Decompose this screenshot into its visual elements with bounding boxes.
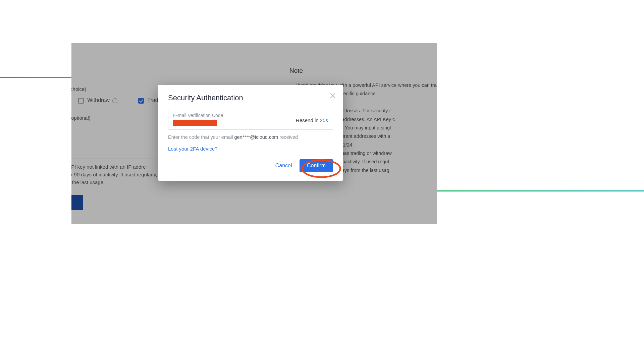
lost-2fa-link[interactable]: Lost your 2FA device? (168, 146, 218, 152)
accent-line-bottom (436, 190, 644, 191)
accent-line-top (0, 77, 71, 78)
email-code-field[interactable]: E-mail Verification Code Resend in 25s (168, 110, 333, 130)
security-auth-modal: Security Authentication E-mail Verificat… (158, 85, 343, 181)
cancel-button[interactable]: Cancel (273, 159, 295, 172)
close-icon[interactable] (329, 92, 336, 100)
app-viewport: Multiple choice) Withdraw Trade egment (… (71, 43, 437, 224)
resend-countdown: Resend in 25s (296, 117, 328, 123)
email-hint: Enter the code that your email gen****@i… (168, 134, 333, 140)
redacted-code-value (173, 120, 217, 126)
modal-title: Security Authentication (168, 94, 333, 102)
confirm-button[interactable]: Confirm (300, 159, 333, 172)
